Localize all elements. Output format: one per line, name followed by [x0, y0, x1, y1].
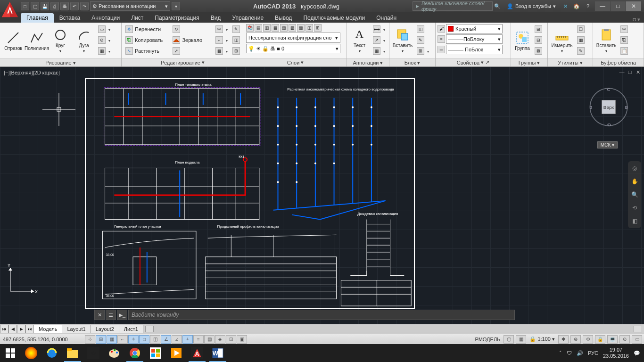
- model-space-button[interactable]: РМОДЕЛЬ: [473, 337, 502, 342]
- modify-misc-2[interactable]: ◫: [231, 35, 242, 45]
- group-icon-3[interactable]: ⊠: [533, 46, 544, 56]
- copy-clip-icon[interactable]: ⿻: [619, 35, 630, 45]
- tab-layout1[interactable]: Layout1: [62, 325, 91, 333]
- help-icon[interactable]: ?: [583, 2, 593, 10]
- cmd-prompt-icon[interactable]: ▶_: [117, 310, 127, 320]
- layer-prop-icon[interactable]: 📚: [246, 24, 254, 32]
- tab-plugins[interactable]: Подключаемые модули: [297, 13, 371, 23]
- sb-ann-icon[interactable]: ✱: [558, 335, 569, 344]
- lt-prev-icon[interactable]: ◀: [8, 325, 17, 333]
- tab-insert[interactable]: Вставка: [54, 13, 86, 23]
- panel-groups-title[interactable]: Группы ▾: [511, 58, 547, 66]
- sb-hw-icon[interactable]: 💻: [607, 335, 618, 344]
- tray-up-icon[interactable]: ˄: [559, 350, 562, 356]
- tray-clock[interactable]: 19:0723.05.2016: [603, 347, 629, 359]
- util-icon-1[interactable]: ☐: [575, 24, 586, 34]
- tray-volume-icon[interactable]: 🔊: [577, 350, 583, 356]
- block-create[interactable]: ◫: [415, 24, 431, 34]
- nav-orbit-icon[interactable]: ⟲: [630, 204, 639, 212]
- sb-sc-icon[interactable]: ⊡: [226, 335, 236, 344]
- start-button[interactable]: [0, 344, 21, 362]
- drawing-area[interactable]: [−][Верхняя][2D каркас] — □ ✕ План типов…: [0, 67, 644, 324]
- cut-icon[interactable]: ✂: [619, 24, 630, 34]
- cmd-close-icon[interactable]: ✕: [94, 310, 105, 320]
- draw-misc-1[interactable]: ▭: [96, 24, 112, 34]
- qat-open-icon[interactable]: ▢: [31, 2, 39, 10]
- mirror-button[interactable]: ◢◣Зеркало: [171, 35, 213, 45]
- tb-app-2[interactable]: ✿: [83, 344, 104, 362]
- modify-misc-1[interactable]: ✎: [231, 24, 242, 34]
- nav-zoom-icon[interactable]: 🔍: [630, 190, 639, 199]
- layer-icon-3[interactable]: ▥: [263, 24, 271, 32]
- util-icon-2[interactable]: ▦: [575, 35, 586, 45]
- sb-dyn-icon[interactable]: +: [182, 335, 193, 344]
- tb-autocad-icon[interactable]: A: [187, 344, 207, 362]
- exchange-icon[interactable]: ✕: [561, 2, 570, 10]
- tb-app-1[interactable]: [21, 344, 41, 362]
- sb-snap-icon[interactable]: ⊞: [96, 335, 106, 344]
- modify-misc-3[interactable]: ⊞: [231, 46, 242, 56]
- lt-last-icon[interactable]: ⏭: [25, 325, 34, 333]
- trim-button[interactable]: ✂: [214, 24, 230, 34]
- sign-in-button[interactable]: 👤 Вход в службы ▾: [504, 3, 559, 9]
- vp-close-icon[interactable]: ✕: [635, 69, 641, 75]
- layer-icon-8[interactable]: ◫: [305, 24, 313, 32]
- tray-lang[interactable]: РУС: [588, 350, 598, 356]
- app-logo[interactable]: [1, 1, 19, 19]
- block-edit[interactable]: ✎: [415, 35, 431, 45]
- sb-layout-icon[interactable]: ▢: [504, 335, 514, 344]
- rotate-button[interactable]: ↻: [171, 24, 213, 34]
- text-button[interactable]: AТекст▾: [349, 24, 370, 57]
- panel-modify-title[interactable]: Редактирование ▾: [122, 58, 244, 66]
- panel-block-title[interactable]: Блок ▾: [389, 58, 435, 66]
- panel-props-title[interactable]: Свойства ▾ ↗: [436, 58, 511, 66]
- tab-sheet1[interactable]: Лист1: [119, 325, 143, 333]
- lt-first-icon[interactable]: ⏮: [0, 325, 8, 333]
- tb-explorer-icon[interactable]: [62, 344, 83, 362]
- sb-grid-icon[interactable]: ▦: [107, 335, 117, 344]
- layer-icon-4[interactable]: ▦: [272, 24, 279, 32]
- sb-ann2-icon[interactable]: ⊛: [570, 335, 581, 344]
- sb-ws-icon[interactable]: ⚙: [583, 335, 593, 344]
- current-layer-dropdown[interactable]: 💡 ☀ 🔓 🖶 ■ 0▾: [246, 44, 340, 53]
- annotation-scale[interactable]: 🔒 1:100 ▾: [528, 336, 556, 342]
- sb-polar-icon[interactable]: ✧: [128, 335, 139, 344]
- tb-paint-icon[interactable]: [104, 344, 124, 362]
- circle-button[interactable]: Круг▾: [49, 24, 72, 57]
- util-icon-3[interactable]: ✎: [575, 46, 586, 56]
- stretch-button[interactable]: ⤡Растянуть: [124, 46, 170, 56]
- panel-draw-title[interactable]: Рисование ▾: [0, 58, 121, 66]
- lt-next-icon[interactable]: ▶: [17, 325, 25, 333]
- move-button[interactable]: ✥Перенести: [124, 24, 170, 34]
- search-icon[interactable]: 🔍: [493, 2, 502, 10]
- tab-layout2[interactable]: Layout2: [91, 325, 119, 333]
- prop-icon-2[interactable]: ≡: [438, 35, 445, 43]
- layer-icon-7[interactable]: ▩: [297, 24, 305, 32]
- infocenter-icon[interactable]: 🏠: [572, 2, 581, 10]
- qat-undo-icon[interactable]: ↶: [70, 2, 79, 10]
- leader-button[interactable]: ↗: [371, 35, 387, 45]
- table-button[interactable]: ▦: [371, 46, 387, 56]
- nav-wheel-icon[interactable]: ◎: [630, 164, 639, 173]
- group-icon-1[interactable]: ⊞: [533, 24, 544, 34]
- coordinates[interactable]: 497.6825, 585.1204, 0.0000: [0, 337, 85, 342]
- vp-maximize-icon[interactable]: □: [627, 69, 633, 75]
- tray-notifications-icon[interactable]: 💬: [634, 350, 640, 356]
- panel-utils-title[interactable]: Утилиты ▾: [548, 58, 593, 66]
- copy-button[interactable]: ⿻Копировать: [124, 35, 170, 45]
- draw-misc-2[interactable]: ⊙: [96, 35, 112, 45]
- sb-tb-icon[interactable]: 🔒: [595, 335, 605, 344]
- tb-ie-icon[interactable]: [41, 344, 62, 362]
- tab-annotate[interactable]: Аннотации: [86, 13, 125, 23]
- line-button[interactable]: Отрезок: [2, 24, 25, 57]
- sb-ortho-icon[interactable]: ⌐: [117, 335, 128, 344]
- layer-icon-6[interactable]: ▨: [289, 24, 296, 32]
- nav-pan-icon[interactable]: ✋: [630, 177, 639, 186]
- fillet-button[interactable]: ⌐: [214, 35, 230, 45]
- tray-battery-icon[interactable]: 🛡: [567, 350, 572, 356]
- qat-redo-icon[interactable]: ↷: [80, 2, 89, 10]
- qat-plot-icon[interactable]: 🖶: [60, 2, 69, 10]
- tab-view[interactable]: Вид: [205, 13, 227, 23]
- ribbon-collapse-icon[interactable]: ◘ ▾: [633, 16, 644, 23]
- paste-button[interactable]: Вставить▾: [595, 24, 618, 57]
